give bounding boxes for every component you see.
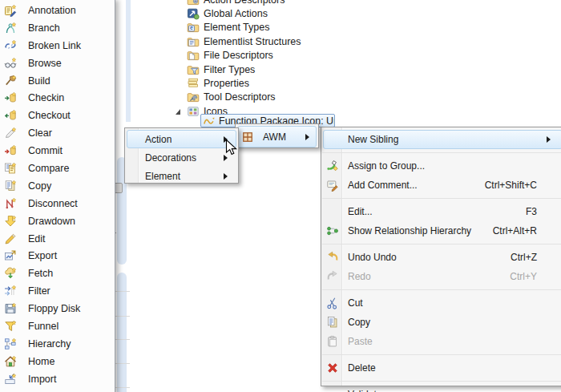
menu-item-label: Drawdown bbox=[28, 216, 75, 227]
tree-item-label: Properties bbox=[204, 78, 249, 89]
icon-picker-item[interactable]: Compare bbox=[0, 160, 115, 177]
icon-picker-item[interactable]: Commit bbox=[0, 142, 115, 160]
menu-separator bbox=[322, 244, 561, 244]
menu-item-label: Floppy Disk bbox=[28, 303, 80, 314]
compare-icon bbox=[4, 162, 18, 175]
expand-triangle-icon[interactable] bbox=[174, 38, 187, 46]
delete-icon bbox=[324, 362, 341, 374]
expand-triangle-icon[interactable] bbox=[174, 79, 187, 87]
context-menu-item[interactable]: Validate bbox=[323, 385, 561, 392]
context-menu-item[interactable]: Add Comment... Ctrl+Shift+C bbox=[323, 176, 561, 195]
icon-picker-item[interactable]: Edit bbox=[0, 230, 115, 248]
background-scrollbar-track[interactable] bbox=[126, 0, 131, 122]
icon-picker-item[interactable]: Browse bbox=[0, 55, 115, 72]
expand-triangle-icon[interactable] bbox=[174, 23, 187, 31]
menu-item-label: Branch bbox=[28, 22, 60, 34]
floppy-disk-icon bbox=[4, 302, 18, 315]
icon-picker-item[interactable]: Clear bbox=[0, 124, 115, 142]
context-menu-item[interactable]: New Sibling bbox=[323, 130, 561, 149]
expand-triangle-icon[interactable] bbox=[174, 107, 187, 115]
undo-icon bbox=[324, 251, 341, 264]
menu-item-awm[interactable]: AWM bbox=[237, 126, 317, 148]
checkout-icon bbox=[4, 109, 18, 122]
menu-item-label: Compare bbox=[28, 163, 69, 174]
menu-separator bbox=[322, 354, 561, 355]
menu-item-shortcut: F3 bbox=[526, 206, 547, 217]
menu-item-label: Checkout bbox=[28, 110, 71, 121]
menu-item-shortcut: Ctrl+Z bbox=[511, 252, 547, 263]
expand-triangle-icon[interactable] bbox=[174, 51, 187, 59]
branch-icon bbox=[4, 22, 18, 34]
background-grid-line bbox=[115, 387, 130, 388]
fetch-icon bbox=[4, 267, 18, 280]
context-menu-item[interactable]: Undo Undo Ctrl+Z bbox=[323, 248, 561, 267]
menu-item[interactable]: Action bbox=[127, 130, 236, 148]
context-menu-item[interactable]: Assign to Group... bbox=[323, 156, 561, 176]
application-window: Action Descriptors Global Actions e Elem… bbox=[0, 0, 561, 392]
icon-picker-item[interactable]: Hierarchy bbox=[0, 335, 115, 353]
file-descriptors-icon bbox=[187, 49, 200, 62]
expand-triangle-icon[interactable] bbox=[174, 10, 187, 18]
tool-descriptors-icon bbox=[187, 91, 200, 103]
global-actions-icon bbox=[187, 7, 200, 20]
icon-picker-item[interactable]: Funnel bbox=[0, 317, 115, 335]
context-menu-item[interactable]: Copy bbox=[323, 313, 561, 332]
icon-picker-item[interactable]: Floppy Disk bbox=[0, 300, 115, 317]
menu-item[interactable]: Element bbox=[127, 167, 236, 185]
cut-icon bbox=[324, 297, 341, 309]
context-menu-item[interactable]: Show Relationship Hierarchy Ctrl+Alt+R bbox=[323, 221, 561, 240]
relationship-hierarchy-icon bbox=[324, 224, 341, 237]
expand-triangle-icon[interactable] bbox=[174, 93, 187, 101]
icon-picker-item[interactable]: Fetch bbox=[0, 265, 115, 282]
tree-item-label: Elementlist Structures bbox=[204, 36, 301, 47]
assign-to-group-icon bbox=[324, 160, 341, 172]
menu-item-label: Edit bbox=[28, 233, 46, 244]
icon-picker-item[interactable]: Filter bbox=[0, 282, 115, 300]
tree-item-label: File Descriptors bbox=[204, 50, 273, 61]
menu-item-label: Assign to Group... bbox=[341, 160, 425, 172]
menu-item-label: Hierarchy bbox=[28, 338, 71, 350]
menu-item-label: Annotation bbox=[28, 5, 76, 16]
tree-item-label: Global Actions bbox=[204, 8, 268, 19]
export-icon bbox=[4, 249, 18, 262]
context-menu-item[interactable]: Delete bbox=[323, 358, 561, 378]
context-menu-item[interactable]: Paste bbox=[323, 332, 561, 351]
context-menu: New Sibling Assign to Group... Add Comme… bbox=[321, 127, 561, 386]
icon-picker-menu: Annotation Branch Broken Link Browse Bui… bbox=[0, 0, 115, 392]
submenu-arrow-icon bbox=[547, 136, 551, 143]
icon-picker-item[interactable]: Broken Link bbox=[0, 37, 115, 55]
icon-picker-item[interactable]: Home bbox=[0, 353, 115, 370]
icon-picker-item[interactable]: Build bbox=[0, 72, 115, 90]
submenu-arrow-icon bbox=[305, 134, 309, 140]
awm-submenu: Action Decorations Element bbox=[124, 127, 239, 184]
icon-picker-item[interactable]: Branch bbox=[0, 19, 115, 37]
menu-item[interactable]: Decorations bbox=[127, 148, 236, 167]
menu-item-label: Validate bbox=[341, 389, 381, 392]
context-menu-item[interactable]: Edit... F3 bbox=[323, 202, 561, 221]
expand-triangle-icon[interactable] bbox=[174, 0, 187, 4]
icon-picker-item[interactable]: Import bbox=[0, 370, 115, 388]
icon-picker-item[interactable]: Checkin bbox=[0, 89, 115, 107]
add-comment-icon bbox=[324, 179, 341, 192]
expand-triangle-icon[interactable] bbox=[174, 66, 187, 74]
icon-picker-item[interactable]: Checkout bbox=[0, 107, 115, 124]
menu-item-label: Fetch bbox=[28, 268, 53, 279]
icon-picker-item[interactable]: Drawdown bbox=[0, 212, 115, 230]
copy-icon bbox=[324, 316, 341, 329]
action-descriptors-icon bbox=[187, 0, 200, 6]
import-icon bbox=[4, 373, 18, 386]
icon-picker-item[interactable]: Copy bbox=[0, 177, 115, 195]
menu-item-label: Filter bbox=[28, 285, 50, 297]
paste-icon bbox=[324, 335, 341, 348]
icon-picker-item[interactable]: Export bbox=[0, 247, 115, 265]
icon-picker-item[interactable]: Disconnect bbox=[0, 195, 115, 212]
menu-item-label: Decorations bbox=[145, 152, 196, 164]
menu-item-label: Copy bbox=[28, 180, 51, 192]
tree-item-label: Element Types bbox=[204, 22, 269, 33]
commit-icon bbox=[4, 144, 18, 157]
menu-item-label: Home bbox=[28, 356, 54, 367]
context-menu-item[interactable]: Cut bbox=[323, 293, 561, 313]
icon-picker-item[interactable]: Annotation bbox=[0, 2, 115, 19]
context-menu-item[interactable]: Redo Ctrl+Y bbox=[323, 267, 561, 286]
icons-icon bbox=[187, 105, 200, 118]
